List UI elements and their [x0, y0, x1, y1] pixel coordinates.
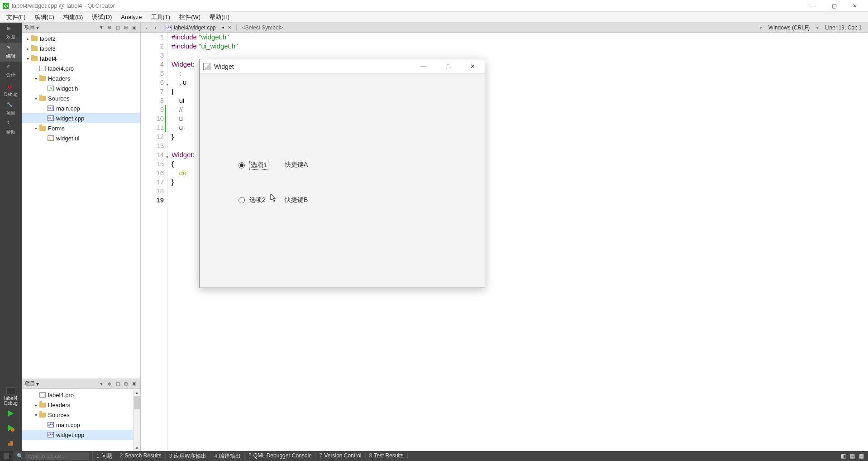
line-number[interactable]: 5	[141, 69, 164, 78]
chevron-icon[interactable]: ▾	[33, 96, 39, 101]
app-title-bar[interactable]: Widget — ▢ ✕	[200, 59, 485, 74]
dropdown-icon[interactable]: ▾	[759, 24, 762, 31]
fold-icon[interactable]: ▾	[164, 153, 168, 157]
menu-t[interactable]: 工具(T)	[147, 12, 175, 22]
line-number[interactable]: 17	[141, 178, 164, 187]
line-number[interactable]: 19	[141, 196, 164, 205]
file-selector[interactable]: label4/widget.cpp	[163, 24, 219, 31]
kit-selector[interactable]: label4 Debug	[4, 385, 17, 407]
filter-icon[interactable]: ▼	[98, 24, 105, 31]
menu-d[interactable]: 调试(D)	[87, 12, 116, 22]
line-number[interactable]: 16	[141, 168, 164, 178]
output-pane-test-results[interactable]: 8Test Results	[366, 452, 408, 459]
tree-item-label4[interactable]: ▾label4	[22, 53, 140, 63]
output-pane-编译输出[interactable]: 4编译输出	[210, 452, 245, 460]
tree-item-main-cpp[interactable]: main.cpp	[22, 420, 140, 430]
scroll-up-icon[interactable]: ▴	[134, 389, 140, 395]
menu-analyze[interactable]: Analyze	[116, 13, 146, 21]
fold-icon[interactable]: ▾	[164, 80, 168, 85]
nav-back-button[interactable]: ‹	[143, 24, 150, 31]
tree-item-label3[interactable]: ▸label3	[22, 43, 140, 53]
menu-b[interactable]: 构建(B)	[59, 12, 87, 22]
tree-item-label4-pro[interactable]: label4.pro	[22, 390, 140, 400]
output-pane-version-control[interactable]: 7Version Control	[316, 452, 366, 459]
menu-f[interactable]: 文件(F)	[2, 12, 30, 22]
close-file-button[interactable]: ×	[228, 24, 234, 31]
line-number[interactable]: 15	[141, 159, 164, 168]
line-number[interactable]: 8	[141, 96, 164, 105]
tree-item-main-cpp[interactable]: main.cpp	[22, 103, 140, 113]
link-icon[interactable]: ⊕	[106, 381, 113, 387]
output-pane-search-results[interactable]: 2Search Results	[116, 452, 166, 459]
line-number[interactable]: 4	[141, 60, 164, 69]
mode-帮助[interactable]: ?帮助	[0, 119, 22, 138]
tree-item-widget-ui[interactable]: widget.ui	[22, 133, 140, 143]
dropdown-icon[interactable]: ▾	[36, 381, 39, 387]
mode-欢迎[interactable]: ⊞欢迎	[0, 24, 22, 43]
menu-h[interactable]: 帮助(H)	[205, 12, 234, 22]
line-number[interactable]: 13	[141, 141, 164, 150]
chevron-icon[interactable]: ▸	[33, 403, 39, 408]
debug-run-button[interactable]	[7, 424, 15, 434]
tree-item-Headers[interactable]: ▸Headers	[22, 400, 140, 410]
link-icon[interactable]: ⊕	[106, 24, 113, 31]
chevron-icon[interactable]: ▸	[24, 46, 31, 51]
line-number[interactable]: 14	[141, 150, 164, 159]
chevron-icon[interactable]: ▾	[33, 413, 39, 418]
split-icon[interactable]: ◫	[114, 381, 121, 387]
output-pane-应用程序输出[interactable]: 3应用程序输出	[166, 452, 211, 460]
cursor-position[interactable]: Line: 19, Col: 1	[820, 24, 866, 31]
code-line[interactable]: #include "widget.h"	[172, 33, 238, 42]
project-tree[interactable]: ▸label2▸label3▾label4label4.pro▾Headersw…	[22, 33, 140, 379]
tree-item-Sources[interactable]: ▾Sources	[22, 93, 140, 103]
scroll-thumb[interactable]	[134, 396, 140, 409]
output-pane-qml-debugger-console[interactable]: 5QML Debugger Console	[245, 452, 316, 459]
menu-w[interactable]: 控件(W)	[175, 12, 205, 22]
sidebar-toggle-icon[interactable]: ▤	[850, 453, 856, 459]
tree-item-Headers[interactable]: ▾Headers	[22, 73, 140, 83]
line-number[interactable]: 2	[141, 42, 164, 51]
output-pane-问题[interactable]: 1问题	[93, 452, 116, 460]
line-number[interactable]: 10	[141, 114, 164, 123]
chevron-icon[interactable]: ▸	[24, 36, 31, 41]
scrollbar[interactable]: ▴ ▾	[133, 389, 140, 451]
scroll-down-icon[interactable]: ▾	[134, 445, 140, 451]
locator-input[interactable]	[25, 452, 89, 460]
dropdown-icon[interactable]: ▾	[816, 24, 819, 31]
filter-icon[interactable]: ▼	[98, 381, 105, 387]
symbol-selector[interactable]: <Select Symbol>	[238, 24, 758, 31]
chevron-icon[interactable]: ▾	[33, 126, 39, 131]
add-icon[interactable]: ⊞	[122, 24, 129, 31]
chevron-icon[interactable]: ▾	[24, 56, 31, 61]
mode-编辑[interactable]: ✎编辑	[0, 43, 22, 62]
line-number[interactable]: 3	[141, 51, 164, 60]
progress-icon[interactable]: ◧	[841, 453, 847, 459]
tree-item-label2[interactable]: ▸label2	[22, 34, 140, 43]
line-number[interactable]: 18	[141, 187, 164, 196]
close-panel-icon[interactable]: ▣	[130, 381, 138, 387]
line-gutter[interactable]: 12345▾678910111213▾141516171819	[141, 33, 168, 451]
close-panel-icon[interactable]: ▣	[130, 24, 138, 31]
build-button[interactable]	[7, 438, 15, 448]
line-number[interactable]: 7	[141, 87, 164, 96]
line-number[interactable]: 9	[141, 105, 164, 114]
line-number[interactable]: 6	[141, 78, 164, 87]
app-maximize-button[interactable]: ▢	[441, 63, 455, 70]
split-icon[interactable]: ◫	[114, 24, 121, 31]
close-button[interactable]: ✕	[844, 0, 865, 11]
tree-item-widget-h[interactable]: widget.h	[22, 83, 140, 93]
line-number[interactable]: 12	[141, 132, 164, 141]
code-line[interactable]: #include "ui_widget.h"	[172, 42, 238, 51]
line-number[interactable]: 1	[141, 33, 164, 42]
add-icon[interactable]: ⊞	[122, 381, 129, 387]
dropdown-icon[interactable]: ▾	[36, 24, 39, 31]
code-line[interactable]	[172, 51, 238, 60]
tree-item-widget-cpp[interactable]: widget.cpp	[22, 113, 140, 123]
mode-debug[interactable]: 🐞Debug	[0, 81, 22, 100]
tree-item-Sources[interactable]: ▾Sources	[22, 410, 140, 420]
tree-item-widget-cpp[interactable]: widget.cpp	[22, 430, 140, 440]
line-ending[interactable]: Windows (CRLF)	[764, 24, 814, 31]
minimize-button[interactable]: —	[803, 0, 824, 11]
tree-item-Forms[interactable]: ▾Forms	[22, 123, 140, 133]
locator[interactable]: 🔍	[13, 451, 93, 461]
